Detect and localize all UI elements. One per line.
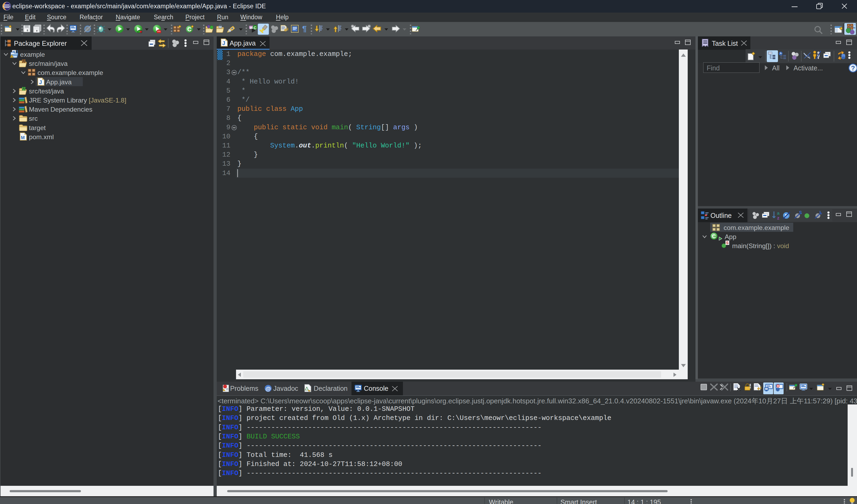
svg-text:@: @ <box>266 385 271 392</box>
svg-text:C: C <box>712 233 716 239</box>
svg-text:J: J <box>16 50 18 54</box>
svg-text:?: ? <box>851 65 855 72</box>
svg-text:C: C <box>187 26 191 33</box>
svg-text:C: C <box>254 25 257 30</box>
svg-text:z: z <box>777 215 779 220</box>
svg-text:a: a <box>777 211 779 216</box>
svg-text:J: J <box>853 23 855 30</box>
svg-text:S: S <box>726 241 728 245</box>
svg-text:J: J <box>39 79 42 85</box>
svg-text:!: ! <box>12 55 12 58</box>
svg-text:M: M <box>21 135 24 140</box>
svg-text:J: J <box>222 40 225 46</box>
